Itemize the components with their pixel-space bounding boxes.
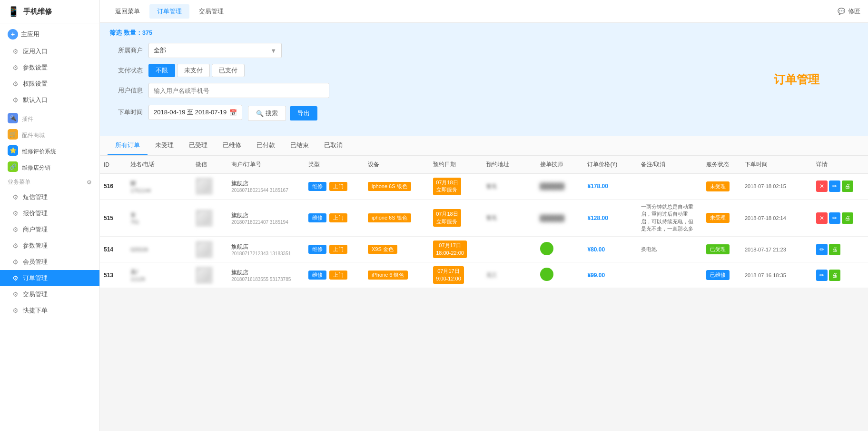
sidebar-item-transaction[interactable]: ⚙ 交易管理 [0, 286, 99, 302]
print-btn[interactable]: 🖨 [829, 244, 840, 255]
phone-blurred: 751 [130, 219, 188, 225]
col-header-price: 订单价格(¥) [583, 156, 637, 174]
tab-pending[interactable]: 未受理 [148, 136, 181, 155]
edit-btn[interactable]: ✏ [829, 212, 840, 224]
sidebar-item-quick-order[interactable]: ⚙ 快捷下单 [0, 302, 99, 319]
cell-name: 财 1751144 [127, 174, 192, 200]
tech-avatar [540, 268, 553, 281]
merchant-select[interactable]: 全部 ▼ [148, 43, 282, 58]
phone-blurred: 11129 [130, 276, 188, 282]
cell-wechat [192, 199, 227, 237]
cell-date: 07月17日18:00-22:00 [429, 237, 483, 262]
col-header-date: 预约日期 [429, 156, 483, 174]
pay-btn-unlimited[interactable]: 不限 [148, 64, 175, 77]
nav-label: 订单管理 [23, 274, 48, 282]
cell-device: iphone 6S 银色 [364, 199, 429, 237]
table-row: 513 吴/ 11129 旗舰店 20180716183555 53173785… [100, 262, 868, 288]
cancel-btn[interactable]: ✕ [816, 212, 828, 224]
repair-shop-section[interactable]: 🔗 维修店分销 [0, 159, 99, 175]
print-btn[interactable]: 🖨 [842, 180, 853, 192]
nav-label: 报价管理 [23, 209, 48, 218]
sidebar-item-member[interactable]: ⚙ 会员管理 [0, 254, 99, 270]
tab-repaired[interactable]: 已维修 [215, 136, 249, 155]
sidebar-item-quote[interactable]: ⚙ 报价管理 [0, 205, 99, 221]
sidebar-item-permissions[interactable]: ⚙ 权限设置 [0, 76, 99, 92]
sidebar-item-sms[interactable]: ⚙ 短信管理 [0, 189, 99, 205]
merchant-label: 所属商户 [109, 46, 143, 55]
edit-btn[interactable]: ✏ [829, 180, 840, 192]
status-badge: 已维修 [706, 270, 730, 280]
tab-cancelled[interactable]: 已取消 [316, 136, 350, 155]
repair-rating-section[interactable]: ⭐ 维修评价系统 [0, 142, 99, 159]
gear-icon: ⚙ [11, 242, 19, 250]
tab-all-orders[interactable]: 所有订单 [108, 136, 148, 155]
cell-name: 女 751 [127, 199, 192, 237]
cell-address [483, 237, 536, 262]
price-value: ¥128.00 [587, 215, 608, 221]
topbar: 返回菜单 订单管理 交易管理 💬 修匠 [100, 0, 868, 23]
tech-name: ██████ [540, 183, 564, 190]
col-header-device: 设备 [364, 156, 429, 174]
settings-icon[interactable]: ⚙ [87, 179, 92, 186]
cell-id: 515 [100, 199, 127, 237]
avatar [196, 178, 213, 195]
app-title: 手机维修 [23, 7, 52, 16]
cell-date: 07月18日立即服务 [429, 174, 483, 200]
pay-status-label: 支付状态 [109, 66, 143, 75]
store-label: 配件商城 [22, 131, 45, 140]
merchant-value: 全部 [154, 46, 166, 55]
tab-order-mgr[interactable]: 订单管理 [149, 4, 189, 19]
user-info-input[interactable] [148, 83, 329, 98]
edit-btn[interactable]: ✏ [816, 270, 828, 281]
cell-tech: ██████ [536, 199, 584, 237]
sidebar-item-params[interactable]: ⚙ 参数设置 [0, 60, 99, 76]
sidebar-item-order[interactable]: ⚙ 订单管理 [0, 270, 99, 286]
pay-btn-unpaid[interactable]: 未支付 [177, 64, 210, 77]
sidebar-item-merchant[interactable]: ⚙ 商户管理 [0, 221, 99, 238]
avatar [196, 241, 213, 258]
type-tag-home: 上门 [329, 213, 347, 222]
cell-actions: ✏ 🖨 [812, 237, 868, 262]
tab-transaction[interactable]: 交易管理 [191, 4, 231, 19]
main-apps-item[interactable]: + 主应用 [0, 25, 99, 43]
sidebar-item-app-entry[interactable]: ⚙ 应用入口 [0, 43, 99, 60]
repair-rating-label: 维修评价系统 [22, 148, 56, 156]
user-info-row: 用户信息 [109, 83, 716, 98]
app-icon: 📱 [8, 6, 20, 17]
date-range-input[interactable]: 2018-04-19 至 2018-07-19 📅 [148, 105, 242, 120]
order-title: 订单管理 [774, 58, 819, 101]
dropdown-arrow-icon: ▼ [270, 47, 276, 54]
tab-ended[interactable]: 已结束 [283, 136, 316, 155]
print-btn[interactable]: 🖨 [829, 270, 840, 281]
tab-received[interactable]: 已受理 [181, 136, 215, 155]
type-tag-repair: 维修 [308, 182, 326, 191]
search-button[interactable]: 🔍 搜索 [248, 106, 286, 121]
cell-time: 2018-07-17 21:23 [741, 237, 812, 262]
merchant-name: 旗舰店 [231, 211, 301, 220]
order-no: 20180716183555 53173785 [231, 277, 301, 282]
gear-icon: ⚙ [11, 274, 19, 282]
cell-type: 维修 上门 [305, 262, 364, 288]
tab-back[interactable]: 返回菜单 [108, 4, 148, 19]
cell-note: 换电池 [637, 237, 702, 262]
cell-name: 025539 [127, 237, 192, 262]
print-btn[interactable]: 🖨 [842, 212, 853, 224]
col-header-time: 下单时间 [741, 156, 812, 174]
type-tag-home: 上门 [329, 182, 347, 191]
cell-device: iphone 6S 银色 [364, 174, 429, 200]
table-row: 515 女 751 旗舰店 20180718021407 3185194 维修 … [100, 199, 868, 237]
type-tag-home: 上门 [329, 271, 347, 280]
tab-paid[interactable]: 已付款 [249, 136, 283, 155]
pay-btn-paid[interactable]: 已支付 [212, 64, 245, 77]
type-tag-repair: 维修 [308, 271, 326, 280]
cell-type: 维修 上门 [305, 237, 364, 262]
export-button[interactable]: 导出 [290, 106, 317, 120]
sidebar-item-params-mgr[interactable]: ⚙ 参数管理 [0, 238, 99, 254]
cancel-btn[interactable]: ✕ [816, 180, 828, 192]
name-blurred: 吴/ [130, 268, 188, 276]
col-header-wechat: 微信 [192, 156, 227, 174]
edit-btn[interactable]: ✏ [816, 244, 828, 255]
sidebar-item-default-entry[interactable]: ⚙ 默认入口 [0, 92, 99, 108]
address-blurred: 暂无 [486, 183, 532, 190]
gear-icon: ⚙ [11, 193, 19, 201]
